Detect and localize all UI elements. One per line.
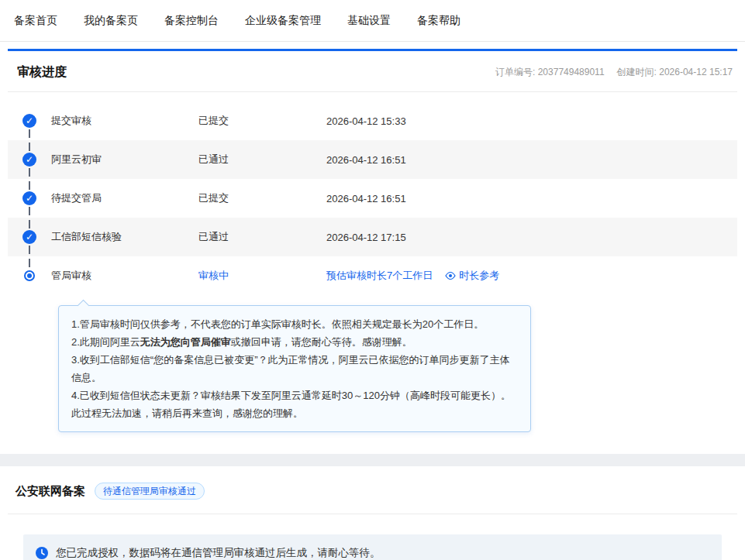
review-timeline: ✓ 提交审核 已提交 2026-04-12 15:33 ✓ 阿里云初审 已通过 … (8, 92, 737, 295)
review-progress-card: 审核进度 订单编号: 2037749489011 创建时间: 2026-04-1… (8, 49, 737, 432)
nav-item-my-beian[interactable]: 我的备案页 (84, 14, 138, 28)
duration-reference-link[interactable]: 时长参考 (445, 269, 499, 283)
note-line-3: 3.收到工信部短信“您的备案信息已被变更”？此为正常情况，阿里云已依据您的订单同… (71, 351, 518, 387)
note-line-2: 2.此期间阿里云无法为您向管局催审或撤回申请，请您耐心等待。感谢理解。 (71, 333, 518, 351)
duration-reference-label: 时长参考 (459, 269, 499, 283)
police-filing-card: 公安联网备案 待通信管理局审核通过 您已完成授权，数据码将在通信管理局审核通过后… (8, 466, 737, 560)
step-status: 已提交 (198, 191, 326, 205)
authority-review-notes: 1.管局审核时间仅供参考，不代表您的订单实际审核时长。依照相关规定最长为20个工… (58, 305, 531, 432)
step-name: 阿里云初审 (51, 153, 198, 167)
step-time: 2026-04-12 16:51 (326, 154, 737, 166)
step-status: 已通过 (198, 153, 326, 167)
police-section-title: 公安联网备案 (16, 484, 85, 499)
estimate-duration-text: 预估审核时长7个工作日 (326, 269, 433, 283)
clock-icon (36, 547, 48, 559)
top-nav: 备案首页 我的备案页 备案控制台 企业级备案管理 基础设置 备案帮助 (0, 0, 745, 42)
created-time: 创建时间: 2026-04-12 15:17 (617, 66, 733, 79)
timeline-row-authority-review: 管局审核 审核中 预估审核时长7个工作日 时长参考 (8, 256, 737, 295)
notice-bar: 您已完成授权，数据码将在通信管理局审核通过后生成，请耐心等待。 (23, 534, 722, 560)
note-line-4: 4.已收到短信但状态未更新？审核结果下发至阿里云通常延时30～120分钟（高峰时… (71, 387, 518, 422)
nav-item-basic-settings[interactable]: 基础设置 (347, 14, 391, 28)
step-status: 已提交 (198, 114, 326, 128)
nav-item-beian-console[interactable]: 备案控制台 (164, 14, 219, 28)
timeline-row-pending-authority: ✓ 待提交管局 已提交 2026-04-12 16:51 (8, 179, 737, 218)
step-done-icon: ✓ (22, 191, 36, 205)
step-done-icon: ✓ (22, 114, 36, 128)
nav-item-beian-home[interactable]: 备案首页 (14, 14, 57, 28)
timeline-row-aliyun-review: ✓ 阿里云初审 已通过 2026-04-12 16:51 (8, 140, 737, 179)
step-name: 提交审核 (51, 114, 198, 128)
step-time: 2026-04-12 17:15 (326, 232, 737, 243)
step-name: 管局审核 (51, 269, 198, 283)
step-done-icon: ✓ (22, 230, 36, 244)
status-badge: 待通信管理局审核通过 (95, 483, 205, 500)
nav-item-beian-help[interactable]: 备案帮助 (417, 14, 460, 28)
police-card-header: 公安联网备案 待通信管理局审核通过 (8, 466, 737, 514)
order-info: 订单编号: 2037749489011 创建时间: 2026-04-12 15:… (495, 66, 733, 79)
notice-text: 您已完成授权，数据码将在通信管理局审核通过后生成，请耐心等待。 (56, 546, 381, 560)
page-title: 审核进度 (17, 64, 67, 81)
step-time: 2026-04-12 15:33 (326, 115, 737, 127)
section-separator (0, 454, 745, 466)
step-status: 已通过 (198, 230, 326, 244)
eye-icon (445, 270, 456, 281)
step-time: 2026-04-12 16:51 (326, 193, 737, 204)
review-card-header: 审核进度 订单编号: 2037749489011 创建时间: 2026-04-1… (8, 51, 737, 92)
step-done-icon: ✓ (22, 153, 36, 167)
step-name: 待提交管局 (51, 191, 198, 205)
order-number: 订单编号: 2037749489011 (495, 66, 605, 79)
timeline-row-submit: ✓ 提交审核 已提交 2026-04-12 15:33 (8, 101, 737, 140)
nav-item-enterprise-beian[interactable]: 企业级备案管理 (245, 14, 321, 28)
timeline-row-sms-verify: ✓ 工信部短信核验 已通过 2026-04-12 17:15 (8, 218, 737, 256)
step-status: 审核中 (198, 269, 326, 283)
note-line-1: 1.管局审核时间仅供参考，不代表您的订单实际审核时长。依照相关规定最长为20个工… (71, 315, 518, 333)
step-name: 工信部短信核验 (51, 230, 198, 244)
step-current-icon (24, 270, 35, 281)
